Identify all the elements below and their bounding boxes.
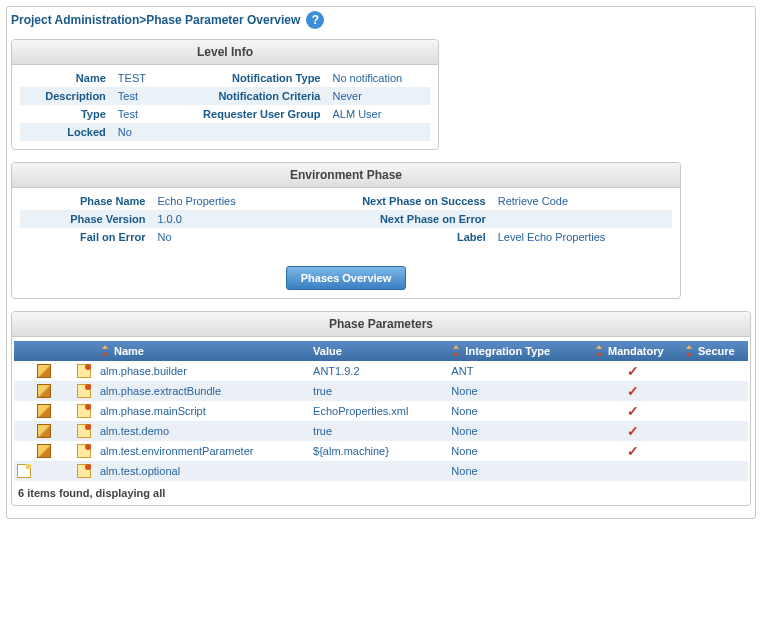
phase-params-title: Phase Parameters [12,312,750,337]
breadcrumb-part2[interactable]: Phase Parameter Overview [146,13,300,27]
table-row: alm.phase.extractBundletrueNone✓ [14,381,748,401]
check-icon: ✓ [627,423,639,439]
col-value[interactable]: Value [307,341,445,361]
table-footer: 6 items found, displaying all [14,481,748,505]
edit-icon[interactable] [37,404,51,418]
param-icon[interactable] [77,424,91,438]
col-integration[interactable]: Integration Type [445,341,588,361]
param-value: true [307,421,445,441]
edit-icon[interactable] [37,444,51,458]
param-value [307,461,445,481]
field-label: Notification Criteria [163,87,327,105]
table-row: alm.test.optionalNone [14,461,748,481]
param-mandatory: ✓ [588,361,678,381]
env-phase-title: Environment Phase [12,163,680,188]
field-label: Notification Type [163,69,327,87]
note-icon[interactable] [17,464,31,478]
sort-icon[interactable] [594,345,604,357]
param-integration: None [445,381,588,401]
param-mandatory: ✓ [588,441,678,461]
edit-icon[interactable] [37,424,51,438]
table-row: alm.phase.mainScriptEchoProperties.xmlNo… [14,401,748,421]
field-label: Requester User Group [163,105,327,123]
sort-icon[interactable] [100,345,110,357]
param-integration: None [445,421,588,441]
field-label: Next Phase on Error [287,210,491,228]
check-icon: ✓ [627,403,639,419]
field-label: Type [20,105,112,123]
param-value: ANT1.9.2 [307,361,445,381]
field-value: Test [112,87,163,105]
phase-params-table: Name Value Integration Type Mandatory Se… [14,341,748,481]
field-value: Echo Properties [151,192,287,210]
field-label: Name [20,69,112,87]
table-row: alm.test.environmentParameter${alm.machi… [14,441,748,461]
field-value: Level Echo Properties [492,228,672,246]
field-label [163,123,327,141]
param-value: ${alm.machine} [307,441,445,461]
param-value: true [307,381,445,401]
check-icon: ✓ [627,383,639,399]
field-value: No [112,123,163,141]
param-secure [678,361,748,381]
col-secure[interactable]: Secure [678,341,748,361]
field-label: Description [20,87,112,105]
param-integration: None [445,461,588,481]
breadcrumb-part1[interactable]: Project Administration [11,13,139,27]
table-row: alm.phase.builderANT1.9.2ANT✓ [14,361,748,381]
param-name[interactable]: alm.phase.extractBundle [94,381,307,401]
param-name[interactable]: alm.phase.builder [94,361,307,381]
param-secure [678,441,748,461]
field-value: No notification [326,69,430,87]
field-label: Phase Version [20,210,151,228]
param-secure [678,381,748,401]
field-value: ALM User [326,105,430,123]
check-icon: ✓ [627,443,639,459]
phase-params-panel: Phase Parameters Name Value Integration … [11,311,751,506]
check-icon: ✓ [627,363,639,379]
param-icon[interactable] [77,404,91,418]
sort-icon[interactable] [684,345,694,357]
param-name[interactable]: alm.test.demo [94,421,307,441]
edit-icon[interactable] [37,384,51,398]
help-icon[interactable]: ? [306,11,324,29]
field-label: Label [287,228,491,246]
field-value: No [151,228,287,246]
breadcrumb: Project Administration>Phase Parameter O… [11,11,751,29]
env-phase-grid: Phase NameEcho PropertiesNext Phase on S… [20,192,672,246]
param-icon[interactable] [77,384,91,398]
table-header-row: Name Value Integration Type Mandatory Se… [14,341,748,361]
param-mandatory: ✓ [588,401,678,421]
field-value: Retrieve Code [492,192,672,210]
param-integration: None [445,401,588,421]
field-label: Fail on Error [20,228,151,246]
field-label: Locked [20,123,112,141]
param-name[interactable]: alm.phase.mainScript [94,401,307,421]
param-secure [678,421,748,441]
param-mandatory: ✓ [588,381,678,401]
param-icon[interactable] [77,464,91,478]
param-icon[interactable] [77,364,91,378]
param-value: EchoProperties.xml [307,401,445,421]
level-info-grid: NameTESTNotification TypeNo notification… [20,69,430,141]
param-secure [678,461,748,481]
param-icon[interactable] [77,444,91,458]
col-mandatory[interactable]: Mandatory [588,341,678,361]
param-integration: ANT [445,361,588,381]
field-value: TEST [112,69,163,87]
param-name[interactable]: alm.test.environmentParameter [94,441,307,461]
field-label: Phase Name [20,192,151,210]
param-secure [678,401,748,421]
table-row: alm.test.demotrueNone✓ [14,421,748,441]
env-phase-panel: Environment Phase Phase NameEcho Propert… [11,162,681,299]
level-info-panel: Level Info NameTESTNotification TypeNo n… [11,39,439,150]
field-value: Never [326,87,430,105]
param-integration: None [445,441,588,461]
phases-overview-button[interactable]: Phases Overview [286,266,407,290]
edit-icon[interactable] [37,364,51,378]
field-value [326,123,430,141]
sort-icon[interactable] [451,345,461,357]
param-name[interactable]: alm.test.optional [94,461,307,481]
param-mandatory [588,461,678,481]
col-name[interactable]: Name [94,341,307,361]
